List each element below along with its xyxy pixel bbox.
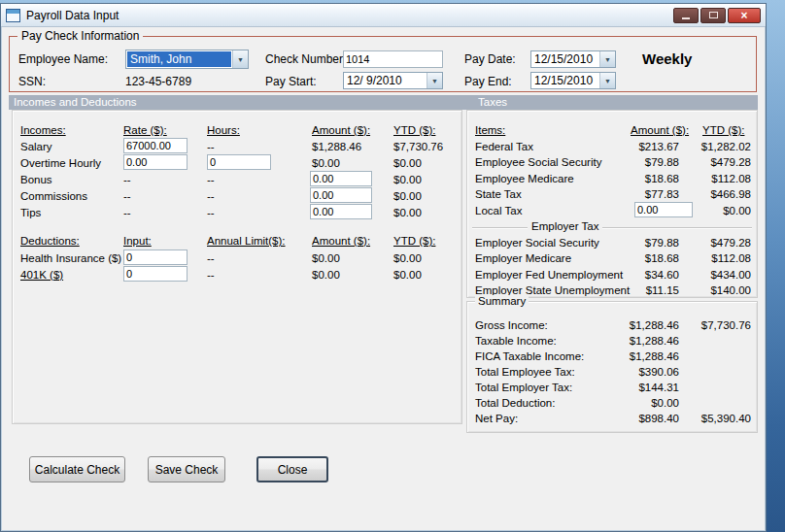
federal-tax-label: Federal Tax: [475, 141, 533, 152]
paycheck-group-title: Pay Check Information: [17, 29, 143, 43]
overtime-ytd: $0.00: [393, 157, 422, 169]
chevron-down-icon: ▼: [604, 78, 611, 84]
calculate-check-button[interactable]: Calculate Check: [29, 456, 125, 482]
fica-taxable-income-amount: $1,288.46: [603, 350, 679, 362]
commissions-ytd: $0.00: [393, 190, 422, 202]
k401-link[interactable]: 401K ($): [20, 269, 63, 281]
bonus-rate: --: [123, 174, 131, 185]
total-deduction-amount: $0.00: [603, 397, 679, 409]
salary-label: Salary: [20, 141, 52, 152]
health-insurance-limit: --: [207, 252, 215, 264]
state-tax-ytd: $466.98: [687, 188, 751, 200]
pay-date-label: Pay Date:: [464, 52, 516, 66]
tips-hours: --: [207, 207, 215, 218]
bonus-amount-input[interactable]: [310, 171, 372, 186]
overtime-amount: $0.00: [312, 157, 340, 169]
overtime-label: Overtime Hourly: [20, 157, 101, 169]
titlebar[interactable]: Payroll Data Input ×: [1, 4, 766, 27]
federal-tax-amount: $213.67: [603, 141, 679, 152]
commissions-hours: --: [207, 190, 215, 202]
pay-start-value: 12/ 9/2010: [344, 73, 427, 88]
salary-rate-input[interactable]: [123, 138, 188, 153]
amount-header: Amount ($):: [312, 124, 370, 136]
hours-header: Hours:: [207, 124, 240, 136]
local-tax-label: Local Tax: [475, 205, 522, 216]
salary-ytd: $7,730.76: [393, 141, 443, 152]
employee-ss-ytd: $479.28: [687, 156, 751, 168]
pay-start-label: Pay Start:: [265, 75, 317, 88]
local-tax-ytd: $0.00: [687, 205, 751, 216]
employer-state-unemployment-ytd: $140.00: [687, 284, 751, 296]
taxes-panel: Items: Amount ($): YTD ($): Federal Tax …: [466, 110, 758, 298]
employer-tax-divider: [472, 227, 752, 228]
k401-input[interactable]: [123, 266, 188, 282]
bonus-label: Bonus: [20, 174, 52, 185]
pay-start-picker[interactable]: 12/ 9/2010 ▼: [343, 72, 443, 89]
ssn-value: 123-45-6789: [125, 75, 191, 88]
net-pay-amount: $898.40: [603, 413, 679, 424]
incomes-deductions-panel: Incomes: Rate ($): Hours: Amount ($): YT…: [12, 110, 462, 424]
pay-end-picker[interactable]: 12/15/2010 ▼: [530, 72, 616, 89]
check-number-input[interactable]: [343, 50, 443, 68]
local-tax-input[interactable]: [634, 202, 693, 217]
employer-fed-unemployment-label: Employer Fed Unemployment: [475, 269, 623, 281]
close-window-button[interactable]: ×: [728, 8, 761, 23]
total-employee-tax-amount: $390.06: [603, 366, 679, 378]
salary-hours: --: [207, 141, 215, 152]
commissions-amount-input[interactable]: [310, 187, 372, 203]
deductions-header: Deductions:: [20, 235, 80, 247]
tips-ytd: $0.00: [393, 207, 422, 218]
taxes-section-title: Taxes: [478, 96, 507, 108]
employer-tax-group-label: Employer Tax: [528, 220, 602, 232]
total-employer-tax-label: Total Employer Tax:: [475, 382, 572, 393]
gross-income-amount: $1,288.46: [603, 319, 679, 331]
employee-ss-label: Employee Social Security: [475, 156, 601, 168]
taxable-income-amount: $1,288.46: [603, 335, 679, 347]
employer-medicare-ytd: $112.08: [687, 252, 751, 264]
k401-amount: $0.00: [312, 269, 340, 281]
employee-name-label: Employee Name:: [18, 52, 108, 66]
health-insurance-ytd: $0.00: [393, 252, 422, 264]
fica-taxable-income-label: FICA Taxable Income:: [475, 350, 584, 362]
maximize-button[interactable]: [700, 8, 726, 23]
close-button[interactable]: Close: [256, 456, 328, 482]
pay-date-dropdown-button[interactable]: ▼: [599, 51, 615, 67]
k401-limit: --: [207, 269, 215, 281]
taxable-income-label: Taxable Income:: [475, 335, 557, 347]
tips-amount-input[interactable]: [310, 204, 372, 219]
commissions-rate: --: [123, 190, 131, 202]
health-insurance-input[interactable]: [123, 249, 188, 265]
employer-state-unemployment-amount: $11.15: [603, 284, 679, 296]
overtime-hours-input[interactable]: [207, 154, 271, 170]
pay-start-dropdown-button[interactable]: ▼: [427, 73, 442, 88]
employer-ss-ytd: $479.28: [687, 237, 751, 249]
app-icon: [6, 9, 20, 22]
pay-end-label: Pay End:: [464, 75, 512, 88]
employee-medicare-label: Employee Medicare: [475, 173, 574, 184]
save-check-button[interactable]: Save Check: [148, 456, 225, 482]
pay-date-picker[interactable]: 12/15/2010 ▼: [530, 50, 616, 68]
section-header-band: Incomes and Deductions Taxes: [9, 95, 758, 110]
minimize-button[interactable]: [673, 8, 699, 23]
total-employer-tax-amount: $144.31: [603, 382, 679, 393]
pay-end-dropdown-button[interactable]: ▼: [599, 73, 615, 88]
total-deduction-label: Total Deduction:: [475, 397, 555, 409]
close-icon: ×: [740, 9, 747, 22]
overtime-rate-input[interactable]: [123, 154, 188, 170]
pay-end-value: 12/15/2010: [531, 73, 599, 88]
employer-ss-amount: $79.88: [603, 237, 679, 249]
deduction-ytd-header: YTD ($):: [393, 235, 435, 247]
employee-name-select[interactable]: Smith, John ▼: [125, 50, 249, 69]
app-window: Payroll Data Input × Pay Check Informati…: [0, 3, 767, 532]
employer-medicare-amount: $18.68: [603, 252, 679, 264]
pay-frequency-label: Weekly: [642, 50, 692, 67]
ssn-label: SSN:: [18, 75, 46, 88]
tips-label: Tips: [20, 207, 41, 218]
chevron-down-icon: ▼: [237, 56, 244, 63]
tax-ytd-header: YTD ($):: [702, 124, 744, 136]
employee-dropdown-button[interactable]: ▼: [232, 50, 248, 68]
health-insurance-amount: $0.00: [312, 252, 340, 264]
tips-rate: --: [123, 207, 131, 218]
rate-header: Rate ($):: [123, 124, 167, 136]
employee-name-value: Smith, John: [127, 51, 231, 67]
